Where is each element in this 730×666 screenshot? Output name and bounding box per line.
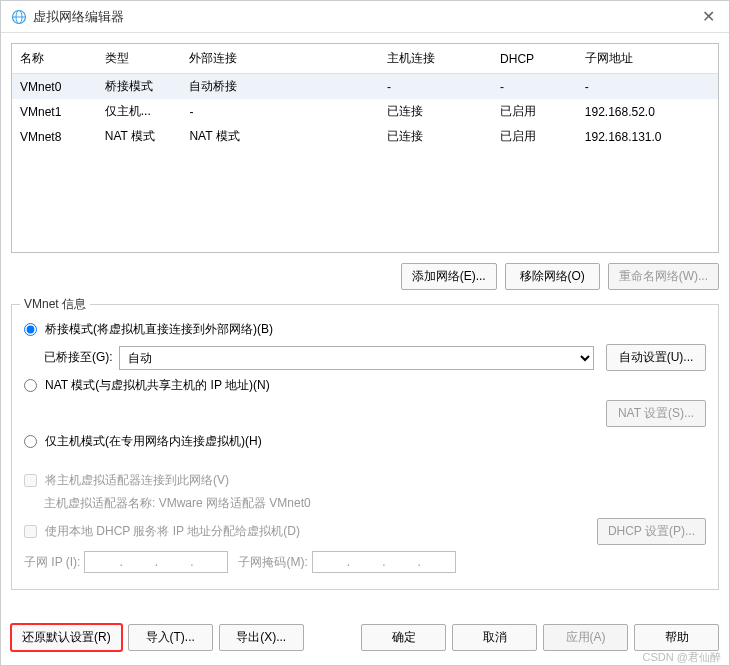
remove-network-button[interactable]: 移除网络(O) <box>505 263 600 290</box>
nat-mode-row[interactable]: NAT 模式(与虚拟机共享主机的 IP 地址)(N) <box>24 377 706 394</box>
globe-icon <box>11 9 27 25</box>
add-network-button[interactable]: 添加网络(E)... <box>401 263 497 290</box>
col-type[interactable]: 类型 <box>97 44 182 74</box>
dhcp-settings-button: DHCP 设置(P)... <box>597 518 706 545</box>
nat-radio[interactable] <box>24 379 37 392</box>
bridge-mode-row[interactable]: 桥接模式(将虚拟机直接连接到外部网络)(B) <box>24 321 706 338</box>
table-row[interactable]: VMnet1 仅主机... - 已连接 已启用 192.168.52.0 <box>12 99 718 124</box>
hostonly-mode-row[interactable]: 仅主机模式(在专用网络内连接虚拟机)(H) <box>24 433 706 450</box>
apply-button: 应用(A) <box>543 624 628 651</box>
cancel-button[interactable]: 取消 <box>452 624 537 651</box>
col-name[interactable]: 名称 <box>12 44 97 74</box>
adapter-name-row: 主机虚拟适配器名称: VMware 网络适配器 VMnet0 <box>44 495 706 512</box>
window-title: 虚拟网络编辑器 <box>33 8 698 26</box>
subnet-mask-label: 子网掩码(M): <box>238 554 307 571</box>
rename-network-button: 重命名网络(W)... <box>608 263 719 290</box>
connect-adapter-label: 将主机虚拟适配器连接到此网络(V) <box>45 472 229 489</box>
connect-adapter-checkbox <box>24 474 37 487</box>
export-button[interactable]: 导出(X)... <box>219 624 304 651</box>
dhcp-row: 使用本地 DHCP 服务将 IP 地址分配给虚拟机(D) DHCP 设置(P).… <box>24 518 706 545</box>
adapter-name-label: 主机虚拟适配器名称: VMware 网络适配器 VMnet0 <box>44 495 311 512</box>
subnet-ip-input: ... <box>84 551 228 573</box>
bridge-to-select[interactable]: 自动 <box>119 346 594 370</box>
virtual-network-editor-window: 虚拟网络编辑器 ✕ 名称 类型 外部连接 主机连接 DHCP 子网地址 <box>0 0 730 666</box>
close-icon[interactable]: ✕ <box>698 7 719 26</box>
network-buttons-row: 添加网络(E)... 移除网络(O) 重命名网络(W)... <box>11 263 719 290</box>
nat-label: NAT 模式(与虚拟机共享主机的 IP 地址)(N) <box>45 377 270 394</box>
restore-defaults-button[interactable]: 还原默认设置(R) <box>11 624 122 651</box>
subnet-row: 子网 IP (I): ... 子网掩码(M): ... <box>24 551 706 573</box>
help-button[interactable]: 帮助 <box>634 624 719 651</box>
col-dhcp[interactable]: DHCP <box>492 44 577 74</box>
subnet-ip-label: 子网 IP (I): <box>24 554 80 571</box>
col-host[interactable]: 主机连接 <box>379 44 492 74</box>
dhcp-label: 使用本地 DHCP 服务将 IP 地址分配给虚拟机(D) <box>45 523 300 540</box>
table-header-row: 名称 类型 外部连接 主机连接 DHCP 子网地址 <box>12 44 718 74</box>
connect-adapter-row: 将主机虚拟适配器连接到此网络(V) <box>24 472 706 489</box>
group-legend: VMnet 信息 <box>20 296 90 313</box>
nat-settings-button: NAT 设置(S)... <box>606 400 706 427</box>
vmnet-info-group: VMnet 信息 桥接模式(将虚拟机直接连接到外部网络)(B) 已桥接至(G):… <box>11 304 719 590</box>
subnet-mask-input: ... <box>312 551 456 573</box>
content-area: 名称 类型 外部连接 主机连接 DHCP 子网地址 VMnet0 桥接模式 自动… <box>1 33 729 616</box>
network-table[interactable]: 名称 类型 外部连接 主机连接 DHCP 子网地址 VMnet0 桥接模式 自动… <box>11 43 719 253</box>
col-ext[interactable]: 外部连接 <box>181 44 379 74</box>
bridge-radio[interactable] <box>24 323 37 336</box>
dhcp-checkbox <box>24 525 37 538</box>
table-row[interactable]: VMnet0 桥接模式 自动桥接 - - - <box>12 74 718 100</box>
col-subnet[interactable]: 子网地址 <box>577 44 718 74</box>
watermark: CSDN @君仙醉 <box>643 650 721 665</box>
hostonly-label: 仅主机模式(在专用网络内连接虚拟机)(H) <box>45 433 262 450</box>
bridge-to-row: 已桥接至(G): 自动 自动设置(U)... <box>44 344 706 371</box>
import-button[interactable]: 导入(T)... <box>128 624 213 651</box>
hostonly-radio[interactable] <box>24 435 37 448</box>
auto-settings-button[interactable]: 自动设置(U)... <box>606 344 706 371</box>
bridge-label: 桥接模式(将虚拟机直接连接到外部网络)(B) <box>45 321 273 338</box>
table-row[interactable]: VMnet8 NAT 模式 NAT 模式 已连接 已启用 192.168.131… <box>12 124 718 149</box>
bridge-to-label: 已桥接至(G): <box>44 349 113 366</box>
titlebar: 虚拟网络编辑器 ✕ <box>1 1 729 33</box>
ok-button[interactable]: 确定 <box>361 624 446 651</box>
bottom-button-bar: 还原默认设置(R) 导入(T)... 导出(X)... 确定 取消 应用(A) … <box>1 616 729 665</box>
